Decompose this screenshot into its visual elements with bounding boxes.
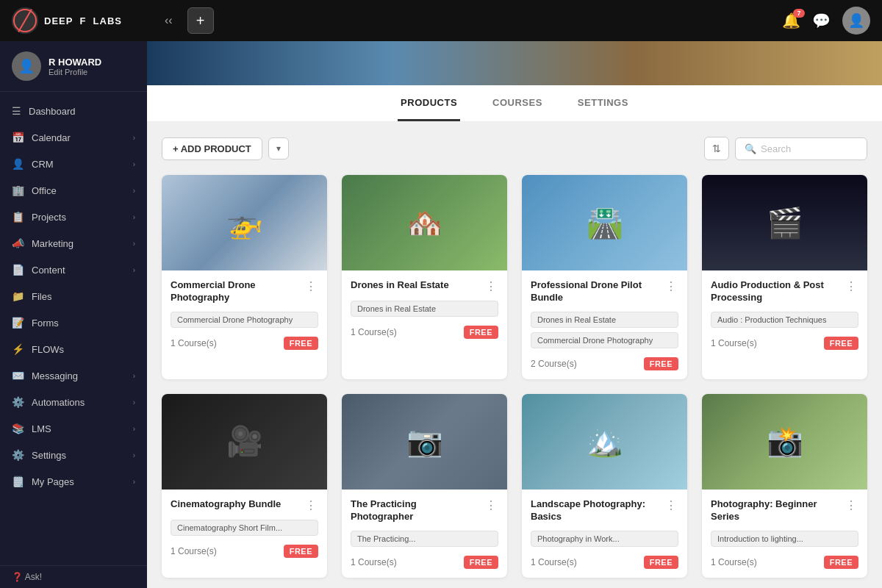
chevron-icon: › [133,478,135,486]
product-tag: Commercial Drone Photography [531,332,678,348]
sidebar-profile[interactable]: 👤 R HOWARD Edit Profile [0,41,147,92]
free-badge: FREE [284,337,318,350]
search-icon: 🔍 [745,143,756,154]
sidebar-item-files[interactable]: 📁 Files [0,283,147,309]
lms-icon: 📚 [12,423,24,434]
main-area: ‹‹ + 🔔 7 💬 👤 PRODUCTSCOURSESSETTINGS + A… [147,0,882,588]
add-product-button[interactable]: + ADD PRODUCT [162,137,262,160]
product-title: Drones in Real Estate [351,279,449,292]
product-tag: Cinematography Short Film... [171,520,318,536]
search-box[interactable]: 🔍 Search [735,137,867,160]
course-count: 1 Course(s) [171,546,217,556]
products-toolbar: + ADD PRODUCT ▾ ⇅ 🔍 Search [162,137,867,160]
sidebar-item-label: Projects [32,212,66,223]
product-menu-button[interactable]: ⋮ [664,279,678,293]
product-tag: The Practicing... [351,531,498,547]
tab-products[interactable]: PRODUCTS [398,85,460,121]
tab-bar: PRODUCTSCOURSESSETTINGS [147,85,882,122]
sidebar-item-settings[interactable]: ⚙️ Settings › [0,442,147,468]
course-count: 1 Course(s) [711,557,757,567]
sidebar-item-messaging[interactable]: ✉️ Messaging › [0,362,147,389]
collapse-button[interactable]: ‹‹ [159,11,179,30]
product-image: 🎬 [702,175,867,270]
dropdown-button[interactable]: ▾ [268,137,289,159]
avatar: 👤 [12,51,41,81]
course-count: 1 Course(s) [531,557,577,567]
sidebar: DEEP F LABS 👤 R HOWARD Edit Profile ☰ Da… [0,0,147,588]
products-area: + ADD PRODUCT ▾ ⇅ 🔍 Search 🚁 Co [147,122,882,588]
sidebar-item-label: CRM [32,159,54,170]
product-image: 📷 [342,394,507,490]
free-badge: FREE [284,545,318,558]
product-menu-button[interactable]: ⋮ [484,279,498,293]
sidebar-item-label: Settings [32,450,66,461]
content-area: PRODUCTSCOURSESSETTINGS + ADD PRODUCT ▾ … [147,41,882,588]
product-tag: Drones in Real Estate [531,312,678,328]
free-badge: FREE [644,556,678,569]
product-title: Professional Drone Pilot Bundle [531,279,658,304]
messages-button[interactable]: 💬 [812,12,831,29]
chevron-icon: › [133,451,135,459]
add-button[interactable]: + [187,7,214,34]
free-badge: FREE [464,326,498,339]
product-menu-button[interactable]: ⋮ [304,498,318,512]
notification-badge: 7 [793,9,805,18]
product-menu-button[interactable]: ⋮ [844,279,858,293]
edit-profile-link[interactable]: Edit Profile [49,68,101,76]
free-badge: FREE [824,556,858,569]
sidebar-item-label: LMS [32,423,51,434]
product-image: 🚁 [162,175,327,270]
topbar: ‹‹ + 🔔 7 💬 👤 [147,0,882,41]
flows-icon: ⚡ [12,343,24,355]
sidebar-item-label: Dashboard [29,106,76,117]
product-menu-button[interactable]: ⋮ [304,279,318,293]
sidebar-item-content[interactable]: 📄 Content › [0,257,147,283]
product-menu-button[interactable]: ⋮ [484,498,498,512]
chevron-icon: › [133,266,135,274]
product-card: 📸 Photography: Beginner Series ⋮ Introdu… [702,394,867,578]
mypages-icon: 🗒️ [12,476,24,487]
product-card: 🎬 Audio Production & Post Processing ⋮ A… [702,175,867,379]
product-tag: Audio : Production Techniques [711,312,858,328]
free-badge: FREE [464,556,498,569]
product-card: 🎥 Cinematography Bundle ⋮ Cinematography… [162,394,327,578]
office-icon: 🏢 [12,184,24,196]
topbar-left: ‹‹ + [159,7,214,34]
dashboard-icon: ☰ [12,105,21,117]
sidebar-item-lms[interactable]: 📚 LMS › [0,415,147,442]
course-count: 1 Course(s) [351,327,397,337]
ask-button[interactable]: ❓ Ask! [0,565,147,588]
product-image: 📸 [702,394,867,490]
product-tag: Photography in Work... [531,531,678,547]
product-card: 🚁 Commercial Drone Photography ⋮ Commerc… [162,175,327,379]
sidebar-item-calendar[interactable]: 📅 Calendar › [0,124,147,151]
toolbar-left: + ADD PRODUCT ▾ [162,137,289,160]
user-avatar[interactable]: 👤 [842,7,870,35]
chevron-icon: › [133,425,135,433]
notifications-button[interactable]: 🔔 7 [782,12,800,29]
filter-button[interactable]: ⇅ [704,137,729,160]
sidebar-item-projects[interactable]: 📋 Projects › [0,204,147,230]
sidebar-item-office[interactable]: 🏢 Office › [0,177,147,204]
messaging-icon: ✉️ [12,370,24,381]
free-badge: FREE [824,337,858,350]
sidebar-item-marketing[interactable]: 📣 Marketing › [0,230,147,257]
tab-courses[interactable]: COURSES [490,85,545,121]
sidebar-item-mypages[interactable]: 🗒️ My Pages › [0,468,147,495]
sidebar-item-crm[interactable]: 👤 CRM › [0,151,147,177]
product-image: 🏔️ [522,394,687,490]
product-card: 🏘️ Drones in Real Estate ⋮ Drones in Rea… [342,175,507,379]
product-image: 🎥 [162,394,327,490]
tab-settings[interactable]: SETTINGS [575,85,631,121]
projects-icon: 📋 [12,211,24,223]
sidebar-logo: DEEP F LABS [0,0,147,41]
product-menu-button[interactable]: ⋮ [664,498,678,512]
sidebar-item-flows[interactable]: ⚡ FLOWs [0,336,147,362]
sidebar-item-forms[interactable]: 📝 Forms [0,309,147,336]
sidebar-item-label: Messaging [32,370,78,381]
sidebar-item-dashboard[interactable]: ☰ Dashboard [0,98,147,124]
product-menu-button[interactable]: ⋮ [844,498,858,512]
logo-text: DEEP F LABS [44,15,122,26]
chevron-icon: › [133,213,135,221]
sidebar-item-automations[interactable]: ⚙️ Automations › [0,389,147,415]
